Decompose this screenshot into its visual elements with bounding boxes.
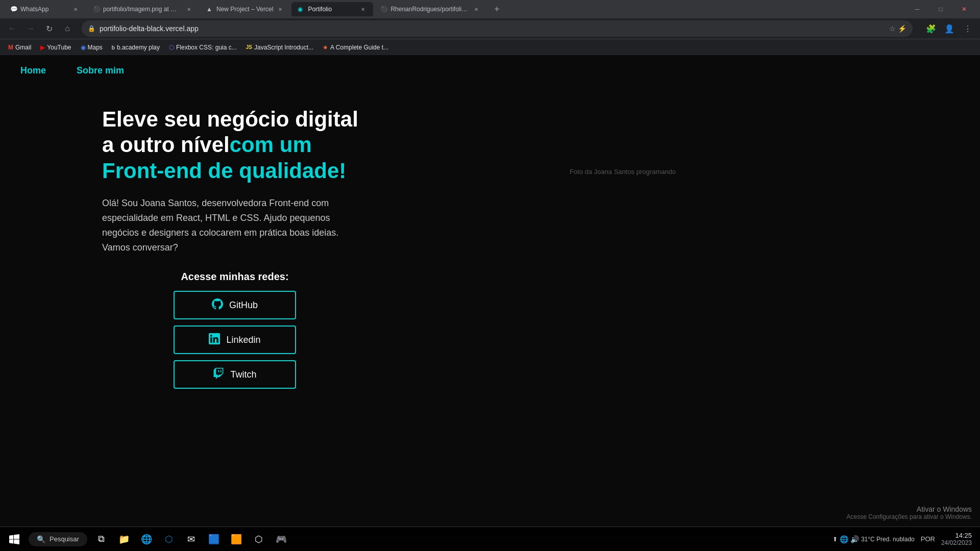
profile-button[interactable]: 👤 xyxy=(941,20,958,37)
gmail-icon: M xyxy=(8,44,13,51)
bookmark-gmail[interactable]: M Gmail xyxy=(4,42,35,53)
tab-vercel[interactable]: ▲ New Project – Vercel ✕ xyxy=(200,2,290,16)
system-tray: ⬆ 🌐 🔊 31°C Pred. nublado xyxy=(832,535,915,543)
maximize-button[interactable]: □ xyxy=(929,2,952,16)
github-btn-icon xyxy=(212,298,223,312)
site-navigation: Home Sobre mim xyxy=(0,55,980,86)
omnibox-action-icons: ☆ ⚡ xyxy=(889,24,906,33)
linkedin-btn-label: Linkedin xyxy=(226,335,260,345)
tab-portfolio[interactable]: ◉ Portifolio ✕ xyxy=(291,2,373,16)
app-icon-2[interactable]: 🟧 xyxy=(226,529,247,549)
bookmark-gmail-label: Gmail xyxy=(15,44,31,51)
activate-windows-subtitle: Acesse Configurações para ativar o Windo… xyxy=(847,513,972,520)
hero-section: Eleve seu negócio digital a outro nívelc… xyxy=(0,86,980,409)
bookmark-javascript-label: JavaScript Introduct... xyxy=(254,44,313,51)
tab-github-portfolio-title: RhenanRodrigues/portifolio: Pro... xyxy=(390,6,469,13)
language-indicator[interactable]: POR xyxy=(921,535,935,543)
github-icon: ⚫ xyxy=(93,6,100,13)
chevron-up-icon[interactable]: ⬆ xyxy=(832,536,838,543)
search-icon: 🔍 xyxy=(37,535,45,543)
taskbar-right: ⬆ 🌐 🔊 31°C Pred. nublado POR 14:25 24/02… xyxy=(832,532,976,546)
twitch-btn-icon xyxy=(213,368,224,382)
portfolio-icon: ◉ xyxy=(298,6,305,13)
tab-close-whatsapp[interactable]: ✕ xyxy=(71,5,80,13)
tab-close-github-img[interactable]: ✕ xyxy=(185,5,193,13)
task-view-button[interactable]: ⧉ xyxy=(91,529,112,549)
home-button[interactable]: ⌂ xyxy=(59,20,76,37)
nav-sobre-mim[interactable]: Sobre mim xyxy=(77,65,124,76)
tab-portfolio-title: Portifolio xyxy=(308,6,356,13)
lock-icon: 🔒 xyxy=(88,25,95,32)
tab-whatsapp[interactable]: 💬 WhatsApp ✕ xyxy=(4,2,86,16)
maps-icon: ◉ xyxy=(81,44,86,51)
bookmark-javascript[interactable]: JS JavaScript Introduct... xyxy=(242,42,317,53)
youtube-icon: ▶ xyxy=(40,44,45,51)
extensions-button[interactable]: 🧩 xyxy=(923,20,939,37)
linkedin-button[interactable]: Linkedin xyxy=(174,325,296,354)
linkedin-btn-icon xyxy=(209,333,220,347)
minimize-button[interactable]: ─ xyxy=(905,2,929,16)
tab-github-img-title: portifolio/Imagem.png at main xyxy=(103,6,182,13)
url-text: portifolio-delta-black.vercel.app xyxy=(100,24,885,33)
bookmark-youtube[interactable]: ▶ YouTube xyxy=(36,42,75,53)
more-options-button[interactable]: ⋮ xyxy=(960,20,976,37)
taskbar-search-box[interactable]: 🔍 Pesquisar xyxy=(29,532,87,546)
new-tab-button[interactable]: + xyxy=(489,2,504,16)
twitch-btn-label: Twitch xyxy=(230,369,256,380)
bookmark-star-icon[interactable]: ☆ xyxy=(889,24,896,33)
tab-close-vercel[interactable]: ✕ xyxy=(276,5,284,13)
activate-windows-notice: Ativar o Windows Acesse Configurações pa… xyxy=(847,505,972,520)
back-button[interactable]: ← xyxy=(4,20,20,37)
weather-text: 31°C Pred. nublado xyxy=(861,536,915,543)
bookmark-complete-guide[interactable]: ★ A Complete Guide t... xyxy=(318,42,393,53)
bookmark-flexbox[interactable]: ⬡ Flexbox CSS: guia c... xyxy=(165,42,241,53)
bookmark-bacademy[interactable]: b b.academy play xyxy=(108,42,164,53)
tab-vercel-title: New Project – Vercel xyxy=(216,6,273,13)
app-icon-4[interactable]: 🎮 xyxy=(271,529,291,549)
bookmark-maps[interactable]: ◉ Maps xyxy=(77,42,107,53)
vscode-button[interactable]: ⬡ xyxy=(159,529,179,549)
tab-github-img[interactable]: ⚫ portifolio/Imagem.png at main ✕ xyxy=(87,2,199,16)
tab-github-portfolio[interactable]: ⚫ RhenanRodrigues/portifolio: Pro... ✕ xyxy=(374,2,486,16)
tab-close-portfolio[interactable]: ✕ xyxy=(359,5,367,13)
start-button[interactable] xyxy=(4,529,24,549)
performance-icon[interactable]: ⚡ xyxy=(898,24,906,33)
github-button[interactable]: GitHub xyxy=(174,291,296,319)
taskbar-time: 14:25 xyxy=(941,532,972,539)
network-icon[interactable]: 🌐 xyxy=(840,535,848,543)
hero-image-area: Foto da Joana Santos programando xyxy=(368,107,878,176)
taskbar-clock[interactable]: 14:25 24/02/2023 xyxy=(941,532,972,546)
taskbar-pinned-icons: ⧉ 📁 🌐 ⬡ ✉ 🟦 🟧 ⬡ 🎮 xyxy=(91,529,291,549)
address-bar[interactable]: 🔒 portifolio-delta-black.vercel.app ☆ ⚡ xyxy=(82,20,913,37)
taskbar-date: 24/02/2023 xyxy=(941,539,972,546)
hero-image-alt: Foto da Joana Santos programando xyxy=(570,168,676,176)
app-icon-3[interactable]: ⬡ xyxy=(249,529,269,549)
complete-guide-icon: ★ xyxy=(323,44,328,51)
forward-button[interactable]: → xyxy=(22,20,39,37)
github-portfolio-icon: ⚫ xyxy=(380,6,387,13)
bookmark-flexbox-label: Flexbox CSS: guia c... xyxy=(176,44,237,51)
edge-button[interactable]: 🌐 xyxy=(136,529,157,549)
twitch-button[interactable]: Twitch xyxy=(174,360,296,389)
tab-close-github-portfolio[interactable]: ✕ xyxy=(472,5,480,13)
bookmark-youtube-label: YouTube xyxy=(47,44,71,51)
bookmark-bacademy-label: b.academy play xyxy=(117,44,160,51)
bacademy-icon: b xyxy=(112,44,115,51)
nav-home[interactable]: Home xyxy=(20,65,46,76)
app-icon-1[interactable]: 🟦 xyxy=(204,529,224,549)
tab-whatsapp-title: WhatsApp xyxy=(20,6,68,13)
mail-button[interactable]: ✉ xyxy=(181,529,202,549)
taskbar: 🔍 Pesquisar ⧉ 📁 🌐 ⬡ ✉ 🟦 🟧 ⬡ xyxy=(0,527,980,551)
reload-button[interactable]: ↻ xyxy=(41,20,57,37)
tab-bar: 💬 WhatsApp ✕ ⚫ portifolio/Imagem.png at … xyxy=(0,0,980,18)
close-window-button[interactable]: ✕ xyxy=(952,2,976,16)
social-label: Acesse minhas redes: xyxy=(102,271,368,283)
bookmark-complete-guide-label: A Complete Guide t... xyxy=(330,44,388,51)
browser-window: 💬 WhatsApp ✕ ⚫ portifolio/Imagem.png at … xyxy=(0,0,980,55)
taskbar-search-label: Pesquisar xyxy=(50,535,79,543)
bookmarks-bar: M Gmail ▶ YouTube ◉ Maps b b.academy pla… xyxy=(0,39,980,55)
volume-icon[interactable]: 🔊 xyxy=(850,535,859,543)
hero-description: Olá! Sou Joana Santos, desenvolvedora Fr… xyxy=(102,196,368,255)
flexbox-icon: ⬡ xyxy=(169,44,174,51)
file-explorer-button[interactable]: 📁 xyxy=(114,529,134,549)
